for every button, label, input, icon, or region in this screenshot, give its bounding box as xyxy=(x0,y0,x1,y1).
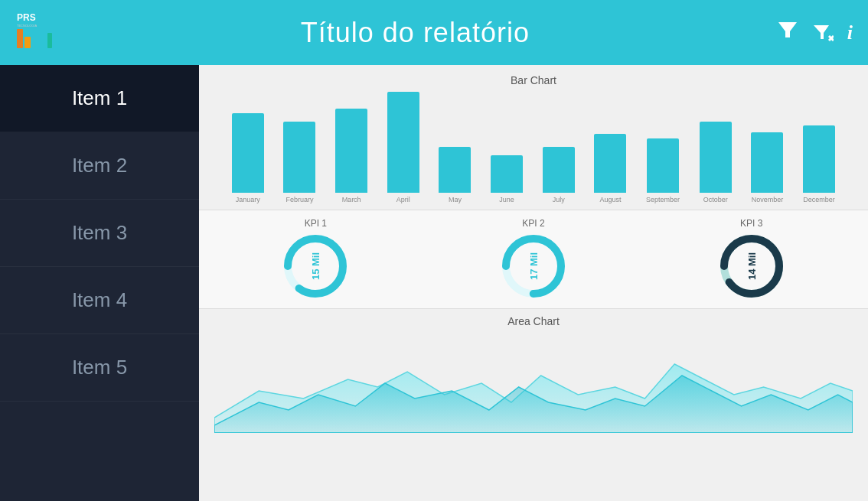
bar[interactable] xyxy=(283,122,315,194)
kpi-item-1: KPI 1 15 Mil xyxy=(281,218,350,301)
sidebar: Item 1Item 2Item 3Item 4Item 5 xyxy=(0,65,199,501)
bar-chart-title: Bar Chart xyxy=(214,74,853,86)
bar-label: May xyxy=(449,196,462,203)
bar[interactable] xyxy=(232,113,264,194)
bar-label: April xyxy=(396,196,410,203)
bar[interactable] xyxy=(439,147,471,194)
bar-label: January xyxy=(236,196,260,203)
header-icons: i xyxy=(777,19,853,46)
sidebar-item-2[interactable]: Item 2 xyxy=(0,132,199,200)
header: PRS TECNOLOGIA Título do relatório i xyxy=(0,0,868,65)
bar-group: October xyxy=(700,122,732,204)
bar[interactable] xyxy=(387,92,419,193)
svg-rect-3 xyxy=(40,28,46,48)
bar-label: December xyxy=(803,196,835,203)
sidebar-item-5[interactable]: Item 5 xyxy=(0,334,199,402)
logo: PRS TECNOLOGIA xyxy=(15,14,54,52)
kpi-item-2: KPI 2 17 Mil xyxy=(499,218,568,301)
bar[interactable] xyxy=(491,155,523,194)
bar[interactable] xyxy=(335,109,367,193)
bar-label: March xyxy=(342,196,361,203)
svg-text:PRS: PRS xyxy=(17,14,36,23)
area-chart-title: Area Chart xyxy=(214,315,853,327)
svg-text:17 Mil: 17 Mil xyxy=(528,252,540,280)
svg-marker-7 xyxy=(778,22,797,37)
svg-rect-4 xyxy=(47,33,52,48)
kpi-donut-svg: 14 Mil xyxy=(717,232,786,301)
kpi-title-1: KPI 1 xyxy=(305,218,327,229)
svg-text:15 Mil: 15 Mil xyxy=(310,252,321,280)
bar[interactable] xyxy=(543,147,575,194)
bar-label: October xyxy=(703,196,728,203)
area-chart-section: Area Chart xyxy=(199,309,868,501)
bar-group: November xyxy=(751,132,783,203)
kpi-donut-3: 14 Mil xyxy=(717,232,786,301)
bar-chart-section: Bar Chart JanuaryFebruaryMarchAprilMayJu… xyxy=(199,65,868,210)
logo-icon: PRS TECNOLOGIA xyxy=(15,14,54,52)
bar-group: December xyxy=(803,125,835,203)
sidebar-item-3[interactable]: Item 3 xyxy=(0,200,199,267)
bar-group: March xyxy=(335,109,367,203)
kpi-title-3: KPI 3 xyxy=(740,218,762,229)
info-icon[interactable]: i xyxy=(847,21,853,44)
bar-group: July xyxy=(543,147,575,204)
area-chart xyxy=(214,333,853,433)
bar-label: February xyxy=(286,196,313,203)
kpi-donut-2: 17 Mil xyxy=(499,232,568,301)
kpi-item-3: KPI 3 14 Mil xyxy=(717,218,786,301)
sidebar-item-1[interactable]: Item 1 xyxy=(0,65,199,132)
bar[interactable] xyxy=(700,122,732,194)
bar-group: August xyxy=(594,134,626,203)
kpi-section: KPI 1 15 Mil KPI 2 17 Mil KPI 3 xyxy=(199,210,868,309)
bar-group: May xyxy=(439,147,471,204)
bar-chart: JanuaryFebruaryMarchAprilMayJuneJulyAugu… xyxy=(214,93,853,203)
bar-label: June xyxy=(499,196,514,203)
kpi-donut-svg: 15 Mil xyxy=(281,232,350,301)
filter-clear-icon[interactable] xyxy=(812,22,834,44)
bar-group: September xyxy=(646,138,680,204)
bar-group: January xyxy=(232,113,264,204)
bar-group: April xyxy=(387,92,419,203)
svg-rect-0 xyxy=(17,29,23,48)
bar[interactable] xyxy=(803,125,835,193)
bar-label: September xyxy=(646,196,680,203)
svg-text:TECNOLOGIA: TECNOLOGIA xyxy=(17,24,38,28)
content-area: Bar Chart JanuaryFebruaryMarchAprilMayJu… xyxy=(199,65,868,501)
header-title: Título do relatório xyxy=(54,17,777,49)
bar-label: August xyxy=(599,196,621,203)
kpi-donut-1: 15 Mil xyxy=(281,232,350,301)
bar-label: July xyxy=(553,196,565,203)
bar-group: June xyxy=(491,155,523,204)
svg-marker-8 xyxy=(814,25,829,39)
kpi-donut-svg: 17 Mil xyxy=(499,232,568,301)
filter-icon[interactable] xyxy=(777,19,798,46)
bar[interactable] xyxy=(594,134,626,193)
svg-text:14 Mil: 14 Mil xyxy=(746,252,758,280)
bar[interactable] xyxy=(647,138,679,194)
svg-rect-1 xyxy=(24,37,31,48)
bar[interactable] xyxy=(751,132,783,193)
kpi-title-2: KPI 2 xyxy=(522,218,544,229)
bar-group: February xyxy=(283,122,315,204)
sidebar-item-4[interactable]: Item 4 xyxy=(0,267,199,334)
bar-label: November xyxy=(752,196,784,203)
main-layout: Item 1Item 2Item 3Item 4Item 5 Bar Chart… xyxy=(0,65,868,501)
